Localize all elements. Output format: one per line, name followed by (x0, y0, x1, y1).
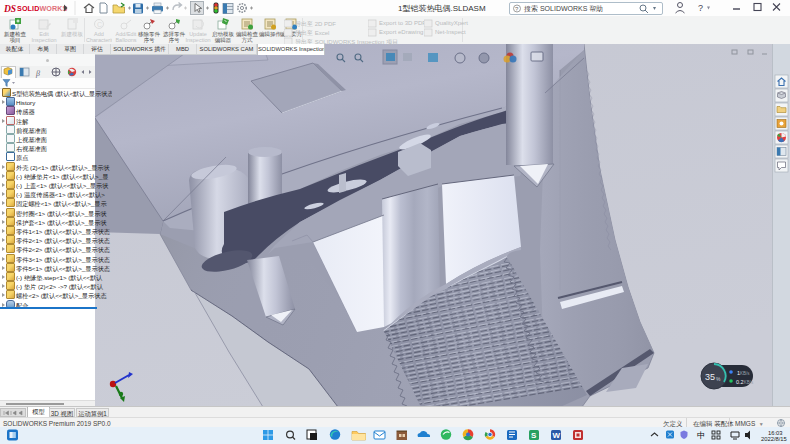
svg-text:中: 中 (697, 430, 706, 440)
svg-text:SOLIDWORKS: SOLIDWORKS (17, 4, 68, 13)
svg-text:S: S (531, 431, 537, 440)
svg-text:搜索 SOLIDWORKS 帮助: 搜索 SOLIDWORKS 帮助 (524, 5, 603, 13)
svg-text:β: β (35, 69, 40, 78)
svg-text:?: ? (515, 6, 519, 12)
svg-text:DS: DS (3, 4, 16, 14)
svg-text:2022/8/15: 2022/8/15 (761, 436, 787, 442)
svg-text:0.2KB/s: 0.2KB/s (736, 379, 754, 385)
svg-text:35: 35 (705, 372, 715, 382)
svg-text:%: % (716, 376, 721, 382)
svg-text:1KB/s: 1KB/s (737, 370, 750, 376)
svg-text:?: ? (698, 3, 703, 13)
svg-text:W: W (553, 431, 561, 440)
svg-text:C: C (97, 21, 102, 28)
svg-text:16:03: 16:03 (768, 430, 783, 436)
